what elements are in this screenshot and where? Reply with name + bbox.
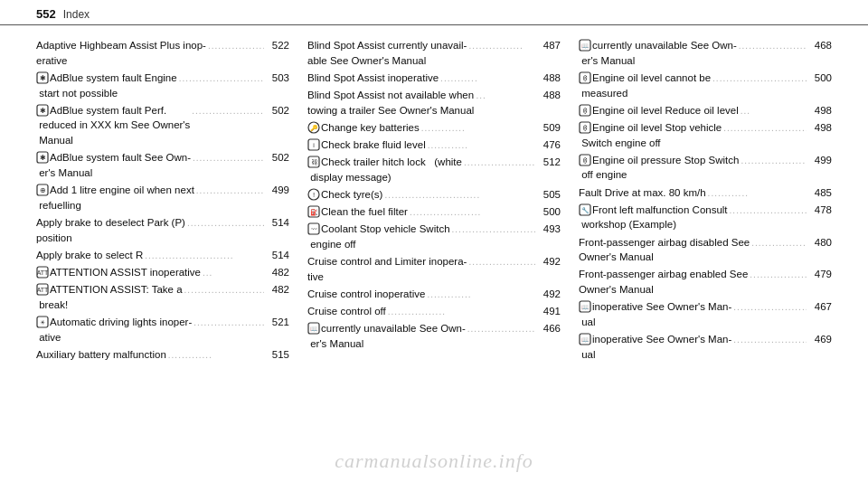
index-content: Adaptive Highbeam Assist Plus inop-erati… [0, 25, 868, 383]
list-item: iCheck brake fluid level ............ 47… [307, 137, 561, 153]
svg-text:📖: 📖 [581, 336, 590, 344]
svg-text:ATT: ATT [37, 269, 49, 276]
list-item: 📖inoperative See Owner's Man- ual ......… [579, 332, 832, 362]
list-item: 🛢Engine oil level cannot be measured ...… [579, 71, 832, 100]
list-item: 🔧Front left malfunction Consult workshop… [579, 203, 832, 232]
svg-text:i: i [313, 142, 315, 148]
list-item: 📖inoperative See Owner's Man- ual ......… [579, 299, 832, 329]
svg-text:🛢: 🛢 [582, 75, 589, 81]
list-item: Cruise control and Limiter inopera-tive … [307, 254, 561, 284]
list-item: Cruise control inoperative .............… [307, 287, 561, 302]
index-column-3: 📖currently unavailable See Own- er's Man… [579, 38, 832, 364]
list-item: ⛽Clean the fuel filter .................… [307, 204, 561, 220]
index-column-2: Blind Spot Assist currently unavail-able… [307, 38, 579, 364]
page-title: Index [63, 8, 90, 21]
list-item: Fault Drive at max. 80 km/h ............… [579, 185, 832, 201]
list-item: Blind Spot Assist currently unavail-able… [307, 38, 561, 68]
svg-text:🛢: 🛢 [582, 125, 589, 131]
list-item: Cruise control off ................. 491 [307, 304, 561, 319]
list-item: ATTATTENTION ASSIST inoperative ... 482 [36, 265, 289, 280]
svg-text:!: ! [313, 191, 315, 199]
svg-text:✱: ✱ [40, 74, 46, 82]
page-number: 552 [36, 7, 56, 21]
list-item: 📖currently unavailable See Own- er's Man… [307, 321, 561, 351]
svg-text:〰: 〰 [311, 226, 317, 232]
list-item: ✱AdBlue system fault See Own- er's Manua… [36, 150, 289, 180]
list-item: ⛓Check trailer hitch lock (white display… [307, 155, 561, 184]
svg-text:🛢: 🛢 [582, 157, 589, 164]
index-column-1: Adaptive Highbeam Assist Plus inop-erati… [36, 38, 307, 364]
list-item: Front-passenger airbag enabled SeeOwner'… [579, 267, 832, 297]
list-item: 🔑Change key batteries ............. 509 [307, 120, 561, 136]
list-item: ☀Automatic driving lights inoper- ative … [36, 315, 289, 345]
svg-text:📖: 📖 [581, 42, 590, 50]
list-item: 🛢Engine oil level Stop vehicle Switch en… [579, 120, 832, 150]
svg-text:✱: ✱ [40, 107, 46, 115]
list-item: 🛢Engine oil level Reduce oil level ... 4… [579, 103, 832, 118]
svg-text:☀: ☀ [40, 319, 45, 326]
watermark: carmanualsonline.info [0, 449, 868, 473]
list-item: !Check tyre(s) .........................… [307, 187, 561, 203]
list-item: 〰Coolant Stop vehicle Switch engine off … [307, 222, 561, 251]
list-item: ✱AdBlue system fault Engine start not po… [36, 71, 289, 100]
list-item: Front-passenger airbag disabled SeeOwner… [579, 235, 832, 265]
svg-text:⊕: ⊕ [40, 186, 46, 194]
list-item: Apply brake to deselect Park (P)position… [36, 215, 289, 245]
list-item: Adaptive Highbeam Assist Plus inop-erati… [36, 38, 289, 68]
svg-text:⛽: ⛽ [310, 208, 318, 216]
list-item: 📖currently unavailable See Own- er's Man… [579, 38, 832, 68]
svg-text:📖: 📖 [310, 325, 318, 333]
list-item: Auxiliary battery malfunction ..........… [36, 347, 289, 363]
page-header: 552 Index [0, 0, 868, 25]
list-item: ✱AdBlue system fault Perf. reduced in XX… [36, 103, 289, 148]
svg-text:✱: ✱ [40, 154, 46, 162]
list-item: ATTATTENTION ASSIST: Take a break! .....… [36, 282, 289, 312]
svg-text:🔑: 🔑 [310, 124, 318, 132]
svg-text:⛓: ⛓ [311, 159, 317, 165]
list-item: 🛢Engine oil pressure Stop Switch off eng… [579, 153, 832, 183]
svg-text:🔧: 🔧 [581, 206, 590, 214]
list-item: Blind Spot Assist inoperative ..........… [307, 71, 561, 86]
list-item: Blind Spot Assist not available whentowi… [307, 88, 561, 118]
list-item: ⊕Add 1 litre engine oil when next refuel… [36, 183, 289, 213]
svg-text:🛢: 🛢 [582, 108, 589, 114]
list-item: Apply brake to select R ................… [36, 248, 289, 263]
svg-text:ATT: ATT [37, 287, 49, 293]
svg-text:📖: 📖 [581, 303, 590, 311]
